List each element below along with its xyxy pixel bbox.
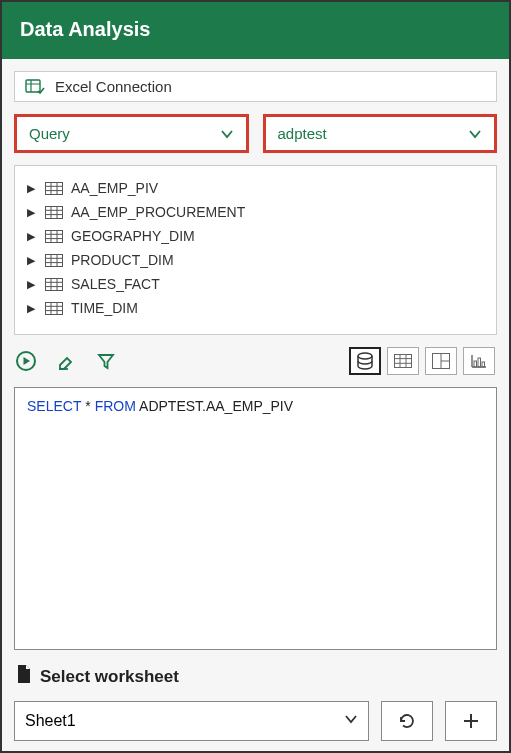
sql-text: *: [81, 398, 94, 414]
schema-value: adptest: [278, 125, 327, 142]
table-icon: [45, 254, 63, 267]
expand-icon: ▶: [27, 230, 37, 243]
view-chart-button[interactable]: [463, 347, 495, 375]
table-name: AA_EMP_PROCUREMENT: [71, 204, 245, 220]
connection-row[interactable]: Excel Connection: [14, 71, 497, 102]
sql-keyword: FROM: [95, 398, 136, 414]
svg-rect-11: [474, 361, 477, 367]
table-icon: [45, 278, 63, 291]
expand-icon: ▶: [27, 182, 37, 195]
table-name: SALES_FACT: [71, 276, 160, 292]
table-name: AA_EMP_PIV: [71, 180, 158, 196]
table-name: GEOGRAPHY_DIM: [71, 228, 195, 244]
sql-keyword: SELECT: [27, 398, 81, 414]
sql-text: ADPTEST.AA_EMP_PIV: [136, 398, 293, 414]
filter-button[interactable]: [96, 351, 116, 371]
view-layout-button[interactable]: [425, 347, 457, 375]
erase-button[interactable]: [56, 351, 76, 371]
table-row[interactable]: ▶ GEOGRAPHY_DIM: [25, 224, 486, 248]
table-tree: ▶ AA_EMP_PIV ▶ AA_EMP_PROCUREMENT ▶ GEOG…: [14, 165, 497, 335]
svg-rect-3: [46, 230, 63, 242]
table-icon: [45, 206, 63, 219]
view-data-button[interactable]: [349, 347, 381, 375]
table-row[interactable]: ▶ AA_EMP_PIV: [25, 176, 486, 200]
worksheet-select[interactable]: Sheet1: [14, 701, 369, 741]
table-name: TIME_DIM: [71, 300, 138, 316]
svg-rect-9: [395, 355, 412, 368]
sql-editor[interactable]: SELECT * FROM ADPTEST.AA_EMP_PIV: [14, 387, 497, 650]
worksheet-value: Sheet1: [25, 712, 76, 730]
table-icon: [45, 230, 63, 243]
chevron-down-icon: [468, 127, 482, 141]
table-row[interactable]: ▶ AA_EMP_PROCUREMENT: [25, 200, 486, 224]
query-mode-value: Query: [29, 125, 70, 142]
refresh-button[interactable]: [381, 701, 433, 741]
expand-icon: ▶: [27, 254, 37, 267]
svg-rect-2: [46, 206, 63, 218]
svg-rect-6: [46, 302, 63, 314]
expand-icon: ▶: [27, 206, 37, 219]
view-table-button[interactable]: [387, 347, 419, 375]
table-name: PRODUCT_DIM: [71, 252, 174, 268]
svg-rect-13: [482, 362, 485, 367]
run-button[interactable]: [16, 351, 36, 371]
svg-rect-12: [478, 358, 481, 367]
svg-rect-1: [46, 182, 63, 194]
add-worksheet-button[interactable]: [445, 701, 497, 741]
svg-rect-4: [46, 254, 63, 266]
svg-rect-5: [46, 278, 63, 290]
worksheet-section-label: Select worksheet: [14, 662, 497, 689]
table-row[interactable]: ▶ PRODUCT_DIM: [25, 248, 486, 272]
table-row[interactable]: ▶ SALES_FACT: [25, 272, 486, 296]
chevron-down-icon: [344, 712, 358, 730]
table-icon: [45, 182, 63, 195]
expand-icon: ▶: [27, 302, 37, 315]
table-icon: [45, 302, 63, 315]
document-icon: [16, 664, 32, 689]
svg-point-8: [358, 353, 372, 359]
connection-label: Excel Connection: [55, 78, 172, 95]
table-row[interactable]: ▶ TIME_DIM: [25, 296, 486, 320]
svg-rect-0: [26, 80, 40, 92]
sql-toolbar: [14, 347, 497, 375]
worksheet-label-text: Select worksheet: [40, 667, 179, 687]
connection-icon: [25, 79, 45, 95]
chevron-down-icon: [220, 127, 234, 141]
expand-icon: ▶: [27, 278, 37, 291]
query-mode-dropdown[interactable]: Query: [14, 114, 249, 153]
schema-dropdown[interactable]: adptest: [263, 114, 498, 153]
panel-title: Data Analysis: [2, 2, 509, 59]
